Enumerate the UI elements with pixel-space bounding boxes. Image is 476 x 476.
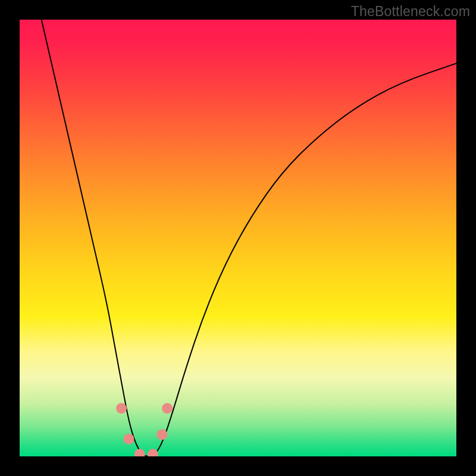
plot-area <box>20 20 456 456</box>
watermark-text: TheBottleneck.com <box>351 4 470 20</box>
marker-dot <box>162 403 173 414</box>
chart-svg <box>20 20 456 456</box>
marker-dot <box>116 403 127 414</box>
marker-dot <box>156 429 167 440</box>
gradient-background <box>20 20 456 456</box>
marker-dot <box>124 434 134 444</box>
chart-frame: TheBottleneck.com <box>0 0 476 476</box>
